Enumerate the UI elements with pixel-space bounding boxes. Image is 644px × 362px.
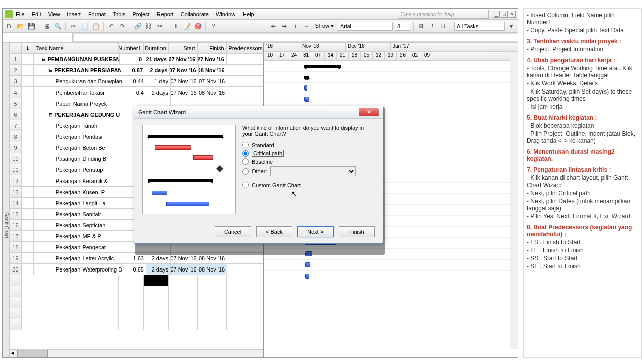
app-logo-icon	[5, 10, 13, 18]
help-search-input[interactable]: Type a question for help	[398, 10, 489, 19]
label-critical: Critical path	[252, 150, 284, 157]
cut-icon[interactable]: ✂	[69, 22, 78, 31]
table-row[interactable]: 20Pekerjaan Waterproofing Dag0,652 days0…	[10, 264, 263, 275]
outdent-icon[interactable]: ⬅	[269, 22, 278, 31]
copy-icon[interactable]: 📄	[80, 22, 89, 31]
col-duration[interactable]: Duration	[144, 43, 169, 53]
radio-custom[interactable]	[242, 182, 249, 188]
font-size-select[interactable]	[395, 22, 410, 31]
radio-standard[interactable]	[242, 142, 249, 148]
table-row[interactable]: 4Pembersihan lokasi0,42 days07 Nov '1608…	[10, 87, 263, 98]
standard-toolbar: 🗋 📂 💾 🖨 🔍 ✂ 📄 📋 ↶ ↷ 🔗 ⛓ ✂ ℹ 📝 🎯 ? ⬅ ➡ + …	[3, 20, 518, 33]
menu-project[interactable]: Project	[132, 11, 149, 17]
col-start[interactable]: Start	[169, 43, 198, 53]
cancel-button[interactable]: Cancel	[215, 226, 251, 237]
col-taskname[interactable]: Task Name	[34, 43, 119, 53]
wizard-preview	[142, 125, 236, 214]
note-icon[interactable]: 📝	[182, 22, 191, 31]
col-finish[interactable]: Finish	[198, 43, 227, 53]
restore-button[interactable]: □	[501, 11, 508, 18]
radio-baseline[interactable]	[242, 158, 249, 165]
col-number1[interactable]: Number1	[119, 43, 143, 53]
label-standard: Standard	[252, 142, 274, 148]
menu-edit[interactable]: Edit	[32, 11, 41, 17]
radio-critical-path[interactable]	[242, 150, 249, 157]
preview-icon[interactable]: 🔍	[53, 22, 62, 31]
wizard-question: What kind of information do you want to …	[242, 125, 375, 137]
indent-icon[interactable]: ➡	[280, 22, 289, 31]
expand-icon[interactable]: +	[291, 22, 300, 31]
instructions-panel: - Insert Column, Field Name pilih Number…	[523, 8, 642, 358]
label-other: Other:	[252, 168, 267, 174]
show-dropdown[interactable]: Show ▾	[315, 23, 334, 29]
cell-reference	[3, 33, 73, 42]
minimize-button[interactable]: _	[493, 11, 500, 18]
menu-view[interactable]: View	[48, 11, 60, 17]
table-row[interactable]: 3Pengukuran dan Bouwplank0,441 day07 Nov…	[10, 76, 263, 87]
dialog-close-button[interactable]: ✕	[359, 108, 379, 116]
entry-bar	[3, 33, 518, 43]
gantt-wizard-dialog: Gantt Chart Wizard ✕ What kind of inform…	[134, 106, 383, 244]
dialog-title-text: Gantt Chart Wizard	[138, 109, 186, 115]
undo-icon[interactable]: ↶	[107, 22, 116, 31]
menubar: File Edit View Insert Format Tools Proje…	[3, 9, 518, 20]
back-button[interactable]: < Back	[256, 226, 292, 237]
menu-report[interactable]: Report	[157, 11, 174, 17]
menu-file[interactable]: File	[16, 11, 25, 17]
new-icon[interactable]: 🗋	[5, 22, 14, 31]
close-button[interactable]: ×	[509, 11, 516, 18]
menu-format[interactable]: Format	[88, 11, 106, 17]
next-button[interactable]: Next >	[297, 226, 334, 237]
grid-hscroll[interactable]: ◄	[10, 349, 263, 357]
entry-input[interactable]	[73, 33, 517, 42]
collapse-icon[interactable]: −	[302, 22, 311, 31]
grid-header: ℹ Task Name Number1 Duration Start Finis…	[10, 43, 263, 54]
autofilter-icon[interactable]: ▼	[507, 22, 516, 31]
split-icon[interactable]: ✂	[155, 22, 165, 31]
font-select[interactable]	[338, 22, 393, 31]
menu-tools[interactable]: Tools	[113, 11, 126, 17]
goto-icon[interactable]: 🎯	[193, 22, 202, 31]
help-icon[interactable]: ?	[209, 22, 218, 31]
open-icon[interactable]: 📂	[16, 22, 25, 31]
label-custom: Custom Gantt Chart	[252, 182, 301, 188]
view-bar[interactable]: Gantt Chart	[3, 43, 10, 357]
print-icon[interactable]: 🖨	[42, 22, 51, 31]
finish-button[interactable]: Finish	[339, 226, 375, 237]
table-row[interactable]: 2⊟PEKERJAAN PERSIAPAN0,872 days07 Nov '1…	[10, 65, 263, 76]
menu-window[interactable]: Window	[216, 11, 235, 17]
vscroll[interactable]	[510, 52, 518, 349]
other-select[interactable]	[270, 166, 356, 176]
label-baseline: Baseline	[252, 159, 273, 165]
col-predecessors[interactable]: Predecessors	[227, 43, 263, 53]
info-icon[interactable]: ℹ	[171, 22, 180, 31]
underline-icon[interactable]: U	[439, 22, 448, 31]
italic-icon[interactable]: I	[428, 22, 437, 31]
bold-icon[interactable]: B	[417, 22, 426, 31]
link-icon[interactable]: 🔗	[133, 22, 142, 31]
radio-other[interactable]	[242, 168, 249, 175]
redo-icon[interactable]: ↷	[118, 22, 127, 31]
menu-help[interactable]: Help	[243, 11, 254, 17]
save-icon[interactable]: 💾	[27, 22, 36, 31]
paste-icon[interactable]: 📋	[91, 22, 100, 31]
menu-collaborate[interactable]: Collaborate	[181, 11, 209, 17]
menu-insert[interactable]: Insert	[67, 11, 81, 17]
filter-select[interactable]	[454, 22, 505, 31]
col-info[interactable]: ℹ	[22, 43, 34, 53]
dialog-titlebar[interactable]: Gantt Chart Wizard ✕	[134, 106, 383, 119]
unlink-icon[interactable]: ⛓	[144, 22, 153, 31]
table-row[interactable]: 1⊟PEMBANGUNAN PUSKESMAS RAJI021 days07 N…	[10, 54, 263, 65]
